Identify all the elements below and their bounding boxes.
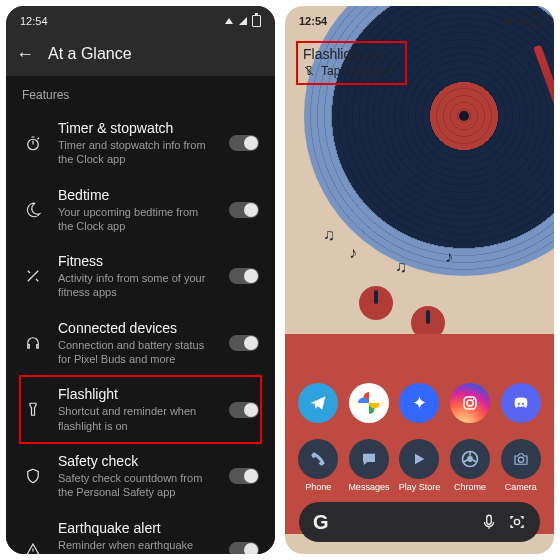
row-fitness[interactable]: FitnessActivity info from some of your f…: [20, 243, 261, 310]
stopwatch-icon: [24, 134, 42, 152]
title-bar: ← At a Glance: [6, 32, 275, 76]
app-generic[interactable]: ✦App: [395, 383, 443, 436]
battery-icon: [252, 15, 261, 27]
row-title: Safety check: [58, 453, 215, 469]
headphones-icon: [24, 334, 42, 352]
svg-point-7: [467, 456, 473, 462]
flashlight-off-icon: [303, 65, 315, 77]
app-play-store[interactable]: Play Store: [395, 439, 443, 492]
svg-point-4: [518, 403, 520, 405]
row-bedtime[interactable]: BedtimeYour upcoming bedtime from the Cl…: [20, 177, 261, 244]
page-title: At a Glance: [48, 45, 132, 63]
search-bar[interactable]: G: [299, 502, 540, 542]
wifi-icon: [503, 16, 513, 26]
svg-rect-9: [487, 515, 492, 524]
row-sub: Safety check countdown from the Personal…: [58, 471, 215, 500]
row-safety-check[interactable]: Safety checkSafety check countdown from …: [20, 443, 261, 510]
svg-point-2: [467, 400, 473, 406]
widget-title: Flashlight on: [303, 46, 394, 62]
row-sub: Shortcut and reminder when flashlight is…: [58, 404, 215, 433]
row-sub: Your upcoming bedtime from the Clock app: [58, 205, 215, 234]
alert-icon: [24, 541, 42, 554]
status-bar: 12:54: [6, 6, 275, 32]
back-icon[interactable]: ←: [16, 44, 34, 65]
lens-icon[interactable]: [508, 513, 526, 531]
app-photos[interactable]: Photos: [345, 383, 393, 436]
signal-icon: [238, 16, 248, 26]
app-phone[interactable]: Phone: [294, 439, 342, 492]
app-telegram[interactable]: Telegram: [294, 383, 342, 436]
row-sub: Timer and stopwatch info from the Clock …: [58, 138, 215, 167]
app-label: Play Store: [399, 482, 441, 492]
homescreen-phone: ♫♪♫♪ 12:54 Flashlight on Tap to turn off…: [285, 6, 554, 554]
app-label: Chrome: [454, 482, 486, 492]
battery-icon: [531, 15, 540, 27]
mic-icon[interactable]: [480, 513, 498, 531]
shield-icon: [24, 467, 42, 485]
row-connected-devices[interactable]: Connected devicesConnection and battery …: [20, 310, 261, 377]
toggle[interactable]: [229, 542, 259, 554]
wifi-icon: [224, 16, 234, 26]
app-label: Messages: [348, 482, 389, 492]
row-flashlight[interactable]: FlashlightShortcut and reminder when fla…: [20, 376, 261, 443]
app-discord[interactable]: Discord: [497, 383, 545, 436]
moon-icon: [24, 201, 42, 219]
row-title: Connected devices: [58, 320, 215, 336]
google-g-icon: G: [313, 511, 329, 534]
svg-point-3: [473, 398, 475, 400]
app-label: Phone: [305, 482, 331, 492]
fitness-icon: [24, 267, 42, 285]
svg-point-5: [522, 403, 524, 405]
glance-flashlight-widget[interactable]: Flashlight on Tap to turn off: [297, 42, 406, 84]
settings-phone: 12:54 ← At a Glance Features Timer & sto…: [6, 6, 275, 554]
status-time: 12:54: [20, 15, 48, 27]
toggle[interactable]: [229, 135, 259, 151]
app-dock: Phone Messages Play Store Chrome Camera: [285, 439, 554, 492]
row-earthquake-alert[interactable]: Earthquake alertReminder when earthquake…: [20, 510, 261, 554]
app-messages[interactable]: Messages: [345, 439, 393, 492]
toggle[interactable]: [229, 468, 259, 484]
app-chrome[interactable]: Chrome: [446, 439, 494, 492]
status-bar: 12:54: [285, 6, 554, 32]
row-timer-stopwatch[interactable]: Timer & stopwatchTimer and stopwatch inf…: [20, 110, 261, 177]
svg-point-10: [514, 519, 519, 524]
widget-sub: Tap to turn off: [321, 64, 394, 78]
toggle[interactable]: [229, 268, 259, 284]
row-title: Fitness: [58, 253, 215, 269]
toggle[interactable]: [229, 402, 259, 418]
app-row-upper: Telegram Photos ✦App Instagram Discord: [285, 383, 554, 436]
row-sub: Connection and battery status for Pixel …: [58, 338, 215, 367]
section-header: Features: [22, 88, 261, 102]
app-camera[interactable]: Camera: [497, 439, 545, 492]
status-time: 12:54: [299, 15, 327, 27]
flashlight-icon: [24, 401, 42, 419]
row-title: Bedtime: [58, 187, 215, 203]
row-title: Flashlight: [58, 386, 215, 402]
app-instagram[interactable]: Instagram: [446, 383, 494, 436]
row-sub: Activity info from some of your fitness …: [58, 271, 215, 300]
row-sub: Reminder when earthquake larger than mag…: [58, 538, 215, 554]
toggle[interactable]: [229, 202, 259, 218]
signal-icon: [517, 16, 527, 26]
toggle[interactable]: [229, 335, 259, 351]
row-title: Timer & stopwatch: [58, 120, 215, 136]
app-label: Camera: [505, 482, 537, 492]
row-title: Earthquake alert: [58, 520, 215, 536]
svg-point-8: [518, 457, 523, 462]
